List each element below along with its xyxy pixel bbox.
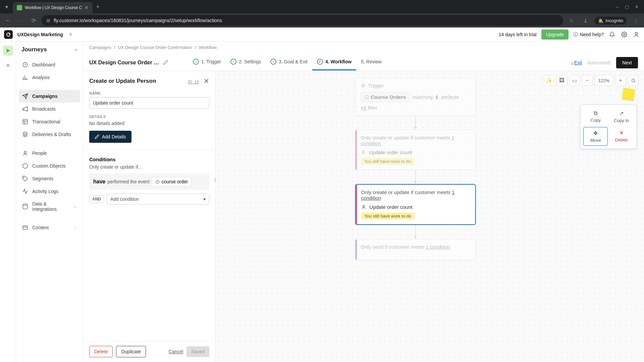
sidebar-item-people[interactable]: People xyxy=(19,147,80,160)
bookmark-icon[interactable]: ☆ xyxy=(567,16,576,25)
segment-name: Course Orders xyxy=(371,94,406,100)
step-review[interactable]: 5. Review xyxy=(356,55,386,70)
app-logo[interactable] xyxy=(4,30,13,39)
workflow-canvas[interactable]: ✨ 🖼 ▭ − 122% + ⧉ Copy xyxy=(216,71,644,362)
add-details-button[interactable]: Add Details xyxy=(89,131,131,143)
action-node-2-selected[interactable]: Only create or update if customer meets … xyxy=(355,184,476,225)
breadcrumb-item[interactable]: Campaigns xyxy=(89,45,111,50)
sidebar-item-content[interactable]: Content ⌄ xyxy=(19,221,80,234)
zoom-in-icon[interactable]: + xyxy=(615,75,626,86)
notifications-icon[interactable] xyxy=(608,31,616,38)
back-button[interactable]: ← xyxy=(3,16,13,25)
database-icon xyxy=(22,203,28,209)
sidebar-item-dashboard[interactable]: Dashboard xyxy=(19,58,80,71)
zoom-level[interactable]: 122% xyxy=(595,75,613,86)
sidebar-item-label: Analysis xyxy=(32,75,50,80)
maximize-button[interactable]: ▢ xyxy=(625,4,629,9)
sidebar-item-campaigns[interactable]: Campaigns xyxy=(19,90,80,103)
ctx-copy-to[interactable]: ↗ Copy to xyxy=(609,108,634,126)
step-settings[interactable]: ✓2. Settings xyxy=(226,55,266,70)
downloads-icon[interactable]: ⤓ xyxy=(581,16,590,25)
main-area: Journeys « Dashboard Analysis Campaigns … xyxy=(0,42,644,362)
duplicate-button[interactable]: Duplicate xyxy=(116,346,146,357)
browser-tab[interactable]: Workflow | UX Design Course C ✕ xyxy=(13,2,93,13)
ctx-copy[interactable]: ⧉ Copy xyxy=(583,108,608,126)
trial-text: 14 days left in trial xyxy=(499,32,537,37)
browser-menu-icon[interactable]: ⋮ xyxy=(631,16,641,25)
node-action: Update order count xyxy=(361,204,470,210)
tab-list-dropdown[interactable]: ▾ xyxy=(3,3,11,11)
sticky-note[interactable] xyxy=(622,88,635,101)
trigger-node[interactable]: Trigger Course Orders matching 1 attribu… xyxy=(355,78,476,116)
panel-id[interactable]: ID: 13 xyxy=(188,80,199,84)
sidebar-item-custom-objects[interactable]: Custom Objects xyxy=(19,160,80,172)
sidebar-item-segments[interactable]: Segments xyxy=(19,172,80,185)
step-workflow[interactable]: ✓4. Workflow xyxy=(312,55,356,70)
sidebar-item-activity-logs[interactable]: Activity Logs xyxy=(19,185,80,198)
close-panel-icon[interactable]: ✕ xyxy=(204,77,209,85)
workspace-chevron-icon[interactable]: ⇅ xyxy=(69,32,72,37)
panel-footer: Delete Duplicate Cancel Saved xyxy=(83,341,215,362)
forward-button[interactable]: → xyxy=(16,16,25,25)
name-input[interactable] xyxy=(89,97,209,109)
rail-other-icon[interactable] xyxy=(3,60,13,70)
cancel-link[interactable]: Cancel xyxy=(169,349,183,354)
node-condition: Only create or update if customer meets … xyxy=(361,135,470,146)
zoom-out-icon[interactable]: − xyxy=(582,75,593,86)
highlight-icon[interactable]: ✨ xyxy=(544,75,554,86)
new-tab-button[interactable]: + xyxy=(96,3,100,10)
workflow-header: UX Design Course Order Confir… ✓1. Trigg… xyxy=(83,53,644,71)
action-node-1[interactable]: Only create or update if customer meets … xyxy=(355,130,476,170)
close-window-button[interactable]: ✕ xyxy=(635,4,639,9)
note-icon[interactable]: ▭ xyxy=(569,75,580,86)
event-chip[interactable]: course order xyxy=(152,177,192,186)
step-label: 1. Trigger xyxy=(201,59,221,64)
sidebar-item-transactional[interactable]: Transactional xyxy=(19,115,80,128)
breadcrumb-item[interactable]: UX Design Course Order Confirmation xyxy=(118,45,192,50)
step-trigger[interactable]: ✓1. Trigger xyxy=(188,55,226,70)
edit-title-icon[interactable] xyxy=(163,60,168,65)
exit-link[interactable]: ‹Exit xyxy=(571,60,582,65)
action-node-3[interactable]: Only send if customer meets 1 condition xyxy=(355,239,476,260)
condition-row[interactable]: have performed the event course order xyxy=(89,174,209,190)
canvas-toolbar: ✨ 🖼 ▭ − 122% + xyxy=(544,75,639,86)
site-info-icon[interactable]: ⊞ xyxy=(46,18,50,23)
delete-button[interactable]: Delete xyxy=(89,346,113,357)
search-icon[interactable] xyxy=(628,75,639,86)
add-details-label: Add Details xyxy=(102,134,126,139)
condition-link[interactable]: 1 condition xyxy=(426,244,450,250)
collapse-sidebar-icon[interactable]: « xyxy=(75,47,77,52)
attribute-text: attribute xyxy=(441,94,459,100)
add-condition-select[interactable]: Add condition ▾ xyxy=(107,194,209,204)
settings-icon[interactable] xyxy=(621,31,628,38)
help-label: Need help? xyxy=(580,32,604,37)
upgrade-button[interactable]: Upgrade xyxy=(541,29,569,40)
help-link[interactable]: ⓘ Need help? xyxy=(573,32,604,38)
remove-condition-icon[interactable]: ✕ xyxy=(214,177,215,183)
tab-favicon xyxy=(17,5,22,10)
incognito-badge[interactable]: 🕵 Incognito xyxy=(595,17,627,24)
breadcrumb: Campaigns / UX Design Course Order Confi… xyxy=(83,42,644,53)
step-goal-exit[interactable]: ✓3. Goal & Exit xyxy=(266,55,312,70)
ctx-label: Copy to xyxy=(614,118,629,123)
sidebar-item-deliveries[interactable]: Deliveries & Drafts xyxy=(19,128,80,141)
segment-pill[interactable]: Course Orders xyxy=(361,92,410,102)
next-button[interactable]: Next xyxy=(616,57,638,68)
filter-link[interactable]: +1 filter xyxy=(361,105,470,111)
account-icon[interactable] xyxy=(633,31,640,38)
sidebar-item-broadcasts[interactable]: Broadcasts xyxy=(19,103,80,115)
address-bar[interactable]: ⊞ fly.customer.io/workspaces/160831/jour… xyxy=(42,15,563,26)
reload-button[interactable]: ⟳ xyxy=(29,16,38,25)
sidebar-item-analysis[interactable]: Analysis xyxy=(19,71,80,84)
minimize-button[interactable]: ─ xyxy=(616,4,619,9)
image-icon[interactable]: 🖼 xyxy=(556,75,567,86)
ctx-delete[interactable]: ✕ Delete xyxy=(609,127,634,146)
ctx-label: Delete xyxy=(615,137,628,142)
tab-close-icon[interactable]: ✕ xyxy=(85,5,89,10)
breadcrumb-item[interactable]: Workflow xyxy=(199,45,217,50)
ctx-move[interactable]: ✥ Move xyxy=(583,127,608,146)
tag-icon xyxy=(22,176,28,182)
sidebar-item-data-integrations[interactable]: Data & Integrations ⌄ xyxy=(19,198,80,215)
rail-journeys-icon[interactable] xyxy=(3,46,13,56)
workspace-name[interactable]: UXDesign Marketing xyxy=(17,32,63,37)
